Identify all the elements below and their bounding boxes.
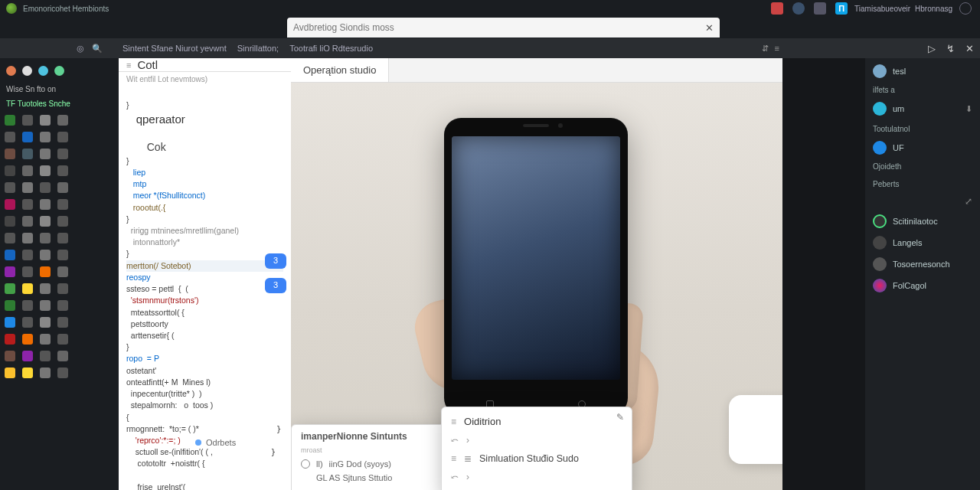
tool-icon[interactable] <box>5 233 15 243</box>
tool-icon[interactable] <box>5 266 15 277</box>
tool-entry[interactable]: Scitinilaotoc <box>873 214 972 228</box>
tool-icon[interactable] <box>57 334 68 345</box>
breadcrumb-2[interactable]: Sinrillatton; <box>237 44 279 53</box>
tool-icon[interactable] <box>22 216 33 227</box>
tool-icon[interactable] <box>22 250 33 260</box>
earth-icon[interactable] <box>959 2 972 15</box>
avatar-2-icon[interactable] <box>22 66 32 76</box>
tool-icon[interactable] <box>40 300 51 311</box>
device-screen[interactable] <box>452 136 620 380</box>
tool-icon[interactable] <box>40 233 51 243</box>
tool-icon[interactable] <box>5 132 15 142</box>
tool-icon[interactable] <box>22 351 33 361</box>
tool-icon[interactable] <box>5 368 15 378</box>
shield-icon[interactable] <box>814 2 826 15</box>
menu-icon[interactable]: ≡ <box>775 44 779 54</box>
tool-entry[interactable]: Langels <box>873 236 972 250</box>
search-box[interactable]: ✕ <box>287 18 720 38</box>
tool-icon[interactable] <box>57 300 68 311</box>
tool-icon[interactable] <box>57 132 68 142</box>
tool-icon[interactable] <box>5 334 15 345</box>
avatar-4-icon[interactable] <box>54 66 64 76</box>
tool-icon[interactable] <box>22 283 33 294</box>
code-editor[interactable]: } qperaator Cok } liep mtp meor *(fShull… <box>119 87 291 490</box>
tool-icon[interactable] <box>5 115 15 126</box>
edit-icon[interactable]: ✎ <box>616 412 624 423</box>
tool-icon[interactable] <box>57 115 68 126</box>
popup2-line[interactable]: ≡Oiditrion <box>451 412 622 431</box>
filter-icon[interactable]: ⇵ <box>762 44 769 54</box>
tool-icon[interactable] <box>40 216 51 227</box>
search-clear-icon[interactable]: ✕ <box>705 22 714 34</box>
avatar-3-icon[interactable] <box>38 66 48 76</box>
flag-icon[interactable]: П <box>835 2 848 15</box>
tool-icon[interactable] <box>40 182 51 193</box>
tool-entry[interactable]: FolCagol <box>873 279 972 292</box>
tool-icon[interactable] <box>5 351 15 361</box>
tool-icon[interactable] <box>57 368 68 378</box>
tool-icon[interactable] <box>40 115 51 126</box>
tool-icon[interactable] <box>5 216 15 227</box>
tool-icon[interactable] <box>57 266 68 277</box>
popup2-line[interactable]: ⤺› <box>451 431 622 449</box>
tool-icon[interactable] <box>22 233 33 243</box>
tool-icon[interactable] <box>40 317 51 328</box>
tool-icon[interactable] <box>57 216 68 227</box>
target-icon[interactable]: ◎ <box>77 44 84 54</box>
tool-icon[interactable] <box>22 115 33 126</box>
tool-icon[interactable] <box>40 250 51 260</box>
stop-icon[interactable]: ↯ <box>946 43 955 54</box>
tool-icon[interactable] <box>5 182 15 193</box>
tool-icon[interactable] <box>5 149 15 159</box>
tool-icon[interactable] <box>57 149 68 159</box>
download-icon[interactable]: ⬇ <box>965 104 972 114</box>
tool-icon[interactable] <box>22 266 33 277</box>
close-panel-icon[interactable]: ✕ <box>965 43 974 54</box>
avatar-1-icon[interactable] <box>6 66 16 76</box>
tool-icon[interactable] <box>40 266 51 277</box>
tool-icon[interactable] <box>57 317 68 328</box>
popup-suggestions[interactable]: imanperNionne Sintunts mroast ll)iinG Do… <box>291 424 459 490</box>
tool-icon[interactable] <box>40 351 51 361</box>
tool-icon[interactable] <box>22 300 33 311</box>
tool-icon[interactable] <box>40 368 51 378</box>
tool-icon[interactable] <box>40 165 51 176</box>
breadcrumb-3[interactable]: Tootrafi liO Rdtesrudio <box>289 44 373 53</box>
device-frame[interactable] <box>444 118 628 415</box>
hamburger-icon[interactable]: ≡ <box>126 60 131 70</box>
tool-icon[interactable] <box>40 334 51 345</box>
breadcrumb-1[interactable]: Sintent Sfane Niurot yevwnt <box>122 44 227 53</box>
tool-icon[interactable] <box>40 199 51 210</box>
user-entry[interactable]: um⬇ <box>873 102 972 116</box>
tool-icon[interactable] <box>5 283 15 294</box>
odrbets-chip[interactable]: Odrbets <box>188 438 236 447</box>
heart-icon[interactable] <box>771 2 783 15</box>
tool-icon[interactable] <box>22 149 33 159</box>
preview-canvas[interactable]: imanperNionne Sintunts mroast ll)iinG Do… <box>291 83 782 490</box>
user-entry[interactable]: tesl <box>873 64 972 78</box>
tool-icon[interactable] <box>57 351 68 361</box>
tool-icon[interactable] <box>22 199 33 210</box>
tool-icon[interactable] <box>57 233 68 243</box>
tool-icon[interactable] <box>22 368 33 378</box>
code-tab[interactable]: ≡ Cotl <box>119 58 291 72</box>
popup2-line[interactable]: ≡≣Simluation Stuđio Sudo <box>451 449 622 468</box>
play-icon[interactable]: ▷ <box>928 43 936 54</box>
tool-icon[interactable] <box>5 165 15 176</box>
tool-icon[interactable] <box>40 132 51 142</box>
badge-2[interactable]: 3 <box>265 278 286 293</box>
popup2-line[interactable]: ⤺› <box>451 468 622 486</box>
tool-icon[interactable] <box>57 199 68 210</box>
tool-icon[interactable] <box>40 283 51 294</box>
tool-icon[interactable] <box>57 182 68 193</box>
expand-icon[interactable]: ⤢ <box>965 196 972 207</box>
tool-icon[interactable] <box>22 132 33 142</box>
tool-icon[interactable] <box>57 250 68 260</box>
preview-tab[interactable]: Operątion studio <box>291 58 389 82</box>
badge-1[interactable]: 3 <box>265 253 286 269</box>
tool-icon[interactable] <box>5 250 15 260</box>
tool-icon[interactable] <box>5 300 15 311</box>
popup1-row[interactable]: GL AS Sjtuns Sttutio <box>301 471 449 485</box>
titlebar-link-1[interactable]: Tiamisabueoveir <box>854 5 910 13</box>
search-icon[interactable]: 🔍 <box>92 44 103 54</box>
